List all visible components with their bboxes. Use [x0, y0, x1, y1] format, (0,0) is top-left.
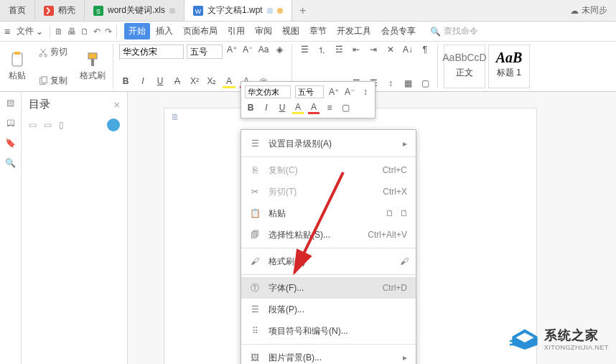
- rail-tag-icon[interactable]: 🔖: [5, 138, 16, 148]
- format-painter-button[interactable]: 格式刷: [75, 45, 110, 88]
- tab-doc-active[interactable]: W 文字文稿1.wpt: [185, 0, 292, 21]
- clear-format-button[interactable]: ◈: [273, 45, 286, 59]
- chevron-right-icon: ▸: [403, 139, 407, 149]
- command-search[interactable]: 🔍 查找命令: [430, 25, 478, 37]
- italic-button[interactable]: I: [136, 76, 149, 88]
- mini-toolbar: A⁺ A⁻ ↕ B I U A A ≡ ▢: [241, 81, 375, 118]
- mini-highlight-button[interactable]: A: [292, 102, 304, 114]
- mini-font-size[interactable]: [295, 85, 324, 98]
- ribbon-tabs: 开始 插入 页面布局 引用 审阅 视图 章节 开发工具 会员专享: [124, 23, 420, 39]
- format-painter-ext-icon[interactable]: 🖌: [400, 256, 409, 266]
- ribbon-tab-layout[interactable]: 页面布局: [179, 23, 222, 39]
- tab-modified-icon: [277, 8, 283, 14]
- panel-tool-icon[interactable]: ▭: [29, 120, 37, 130]
- file-menu[interactable]: 文件 ⌄: [14, 24, 45, 39]
- redo-icon[interactable]: ↷: [105, 27, 112, 37]
- shrink-font-button[interactable]: A⁻: [241, 45, 254, 59]
- highlight-button[interactable]: A: [223, 76, 235, 88]
- panel-tool-icon[interactable]: ▭: [44, 120, 52, 130]
- ribbon-tab-developer[interactable]: 开发工具: [332, 23, 375, 39]
- doc-icon: W: [193, 6, 203, 16]
- mini-shrink-font-button[interactable]: A⁻: [344, 87, 355, 97]
- svg-rect-11: [88, 53, 97, 59]
- svg-rect-5: [12, 53, 22, 66]
- svg-text:W: W: [195, 7, 202, 14]
- border-button[interactable]: ▢: [419, 78, 431, 88]
- ctx-toc-level[interactable]: ☰ 设置目录级别(A) ▸: [241, 133, 416, 154]
- mini-grow-font-button[interactable]: A⁺: [328, 87, 340, 97]
- multilevel-button[interactable]: ☲: [332, 45, 345, 57]
- ribbon-tab-review[interactable]: 审阅: [251, 23, 276, 39]
- outline-panel: 目录 × ▭ ▭ ▯: [22, 92, 128, 364]
- ctx-paste[interactable]: 📋 粘贴 🗋🗋: [241, 202, 416, 224]
- ribbon-tab-references[interactable]: 引用: [223, 23, 249, 39]
- numbering-button[interactable]: ⒈: [315, 45, 328, 57]
- ribbon-tab-start[interactable]: 开始: [124, 23, 150, 39]
- ctx-font[interactable]: Ⓣ 字体(F)...Ctrl+D: [241, 277, 416, 299]
- ribbon-tab-member[interactable]: 会员专享: [377, 23, 420, 39]
- rail-outline-icon[interactable]: ▤: [6, 98, 14, 108]
- close-icon[interactable]: ×: [113, 98, 120, 111]
- preview-icon[interactable]: 🗋: [80, 27, 89, 37]
- tab-docer[interactable]: 稻壳: [35, 0, 85, 21]
- undo-icon[interactable]: ↶: [93, 27, 101, 37]
- rail-bookmark-icon[interactable]: 🕮: [6, 118, 15, 128]
- image-bg-icon: 🖼: [248, 353, 261, 363]
- strike-button[interactable]: A: [171, 76, 184, 88]
- mini-font-name[interactable]: [245, 85, 291, 98]
- font-name-select[interactable]: [119, 45, 184, 59]
- line-spacing-button[interactable]: ↕: [384, 78, 397, 88]
- bullets-button[interactable]: ☰: [298, 45, 311, 57]
- mini-font-color-button[interactable]: A: [308, 102, 319, 114]
- superscript-button[interactable]: X²: [188, 76, 201, 88]
- cut-button[interactable]: 剪切: [36, 45, 70, 60]
- sort-button[interactable]: A↓: [401, 45, 414, 57]
- ctx-background[interactable]: 🖼 图片背景(B)... ▸: [241, 347, 416, 364]
- grow-font-button[interactable]: A⁺: [225, 45, 238, 59]
- font-size-select[interactable]: [187, 45, 223, 59]
- format-painter-icon: 🖌: [248, 256, 261, 266]
- text-direction-button[interactable]: ✕: [384, 45, 397, 57]
- increase-indent-button[interactable]: ⇥: [367, 45, 380, 57]
- style-normal[interactable]: AaBbCcD 正文: [444, 45, 485, 88]
- add-tab-button[interactable]: +: [292, 0, 314, 21]
- mini-border-button[interactable]: ▢: [340, 103, 351, 113]
- mini-align-button[interactable]: ≡: [324, 103, 335, 113]
- underline-button[interactable]: U: [154, 76, 167, 88]
- paste-icon: 📋: [248, 208, 261, 218]
- svg-rect-12: [91, 59, 94, 66]
- shading-button[interactable]: ▦: [401, 78, 414, 88]
- sync-status[interactable]: ☁ 未同步: [561, 0, 616, 21]
- style-heading1[interactable]: AaB 标题 1: [488, 45, 530, 88]
- hamburger-icon[interactable]: ≡: [4, 26, 10, 37]
- panel-refresh-icon[interactable]: [107, 118, 120, 131]
- change-case-button[interactable]: Aa: [257, 45, 270, 59]
- copy-button[interactable]: 复制: [36, 73, 70, 88]
- paste-button[interactable]: 粘贴: [4, 45, 30, 88]
- tab-home[interactable]: 首页: [0, 0, 35, 21]
- paste-option-icon[interactable]: 🗋: [400, 208, 409, 218]
- mini-bold-button[interactable]: B: [245, 103, 256, 113]
- mini-line-spacing-button[interactable]: ↕: [360, 87, 371, 97]
- ctx-bullets[interactable]: ⠿ 项目符号和编号(N)...: [241, 320, 416, 342]
- bullets-icon: ⠿: [248, 326, 261, 336]
- panel-tool-icon[interactable]: ▯: [59, 120, 64, 130]
- subscript-button[interactable]: X₂: [205, 76, 218, 88]
- mini-underline-button[interactable]: U: [276, 103, 288, 113]
- ribbon-tab-sections[interactable]: 章节: [305, 23, 331, 39]
- paste-option-icon[interactable]: 🗋: [386, 208, 394, 218]
- ctx-paste-special[interactable]: 🗐 选择性粘贴(S)...Ctrl+Alt+V: [241, 224, 416, 246]
- ctx-format-painter[interactable]: 🖌 格式刷(F) 🖌: [241, 251, 416, 272]
- tab-xls[interactable]: S word关键词.xls: [85, 0, 185, 21]
- show-marks-button[interactable]: ¶: [419, 45, 431, 57]
- ribbon-tab-insert[interactable]: 插入: [151, 23, 177, 39]
- tab-indicator-icon: [169, 8, 175, 14]
- rail-search-icon[interactable]: 🔍: [5, 158, 16, 168]
- print-icon[interactable]: 🖶: [67, 27, 76, 37]
- save-icon[interactable]: 🗎: [55, 27, 63, 37]
- ctx-paragraph[interactable]: ☰ 段落(P)...: [241, 299, 416, 320]
- mini-italic-button[interactable]: I: [261, 103, 272, 113]
- bold-button[interactable]: B: [119, 76, 132, 88]
- ribbon-tab-view[interactable]: 视图: [278, 23, 304, 39]
- decrease-indent-button[interactable]: ⇤: [350, 45, 363, 57]
